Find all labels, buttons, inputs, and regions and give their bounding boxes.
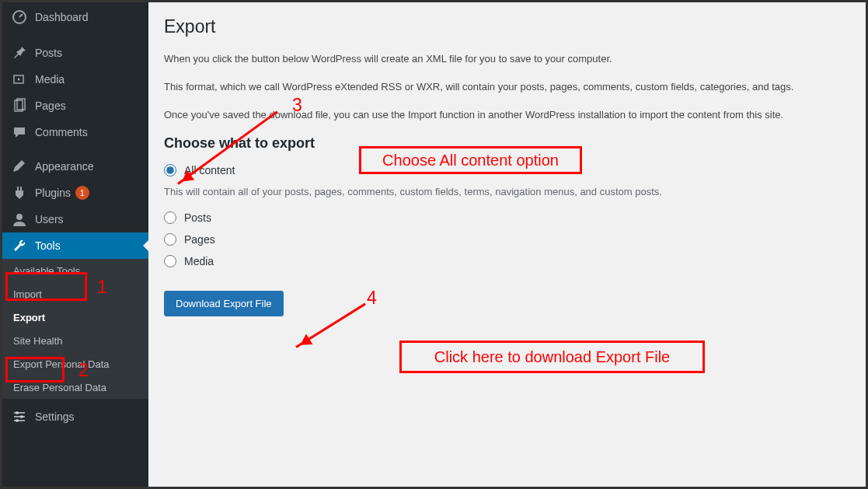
annotation-box-export — [5, 357, 64, 382]
settings-icon — [12, 409, 27, 424]
sidebar-item-dashboard[interactable]: Dashboard — [2, 2, 148, 32]
tools-icon — [12, 238, 27, 253]
sidebar-item-appearance[interactable]: Appearance — [2, 153, 148, 180]
sidebar-item-label: Users — [35, 213, 64, 225]
sidebar-item-settings[interactable]: Settings — [2, 403, 148, 430]
radio-label: Posts — [184, 211, 211, 224]
plugins-update-badge: 1 — [75, 186, 89, 200]
svg-point-9 — [20, 415, 23, 418]
annotation-box-download: Click here to download Export File — [399, 341, 705, 373]
sidebar-item-pages[interactable]: Pages — [2, 93, 148, 119]
annotation-number-3: 3 — [292, 95, 302, 116]
sidebar-item-label: Posts — [35, 47, 62, 59]
pages-icon — [12, 98, 27, 114]
main-content: Export When you click the button below W… — [148, 2, 866, 487]
pushpin-icon — [12, 45, 27, 61]
sidebar-item-plugins[interactable]: Plugins 1 — [2, 180, 148, 206]
radio-pages[interactable] — [164, 233, 176, 246]
radio-all-content[interactable] — [164, 164, 176, 176]
radio-label: Media — [184, 255, 214, 267]
annotation-text-choose: Choose All content option — [382, 152, 559, 169]
svg-point-10 — [16, 419, 19, 422]
sidebar-item-label: Media — [35, 73, 64, 86]
svg-point-8 — [16, 411, 19, 414]
sidebar-item-label: Plugins — [35, 187, 71, 199]
admin-sidebar: Dashboard Posts Media Pages Comments App… — [2, 2, 148, 487]
sidebar-item-posts[interactable]: Posts — [2, 40, 148, 66]
annotation-number-2: 2 — [78, 360, 89, 381]
annotation-box-choose: Choose All content option — [359, 146, 582, 174]
radio-posts[interactable] — [164, 211, 176, 224]
sidebar-item-label: Tools — [35, 239, 61, 252]
radio-media[interactable] — [164, 255, 176, 267]
sidebar-item-tools[interactable]: Tools — [2, 232, 148, 259]
sidebar-item-comments[interactable]: Comments — [2, 119, 148, 145]
tools-sub-export[interactable]: Export — [2, 306, 148, 329]
sidebar-item-label: Dashboard — [35, 11, 89, 23]
radio-label: Pages — [184, 233, 215, 246]
svg-point-4 — [16, 214, 23, 220]
wp-admin-export-screen: Dashboard Posts Media Pages Comments App… — [0, 0, 868, 489]
annotation-number-4: 4 — [367, 288, 377, 309]
media-icon — [12, 72, 27, 87]
export-option-media[interactable]: Media — [164, 255, 850, 267]
users-icon — [12, 211, 27, 227]
comments-icon — [12, 124, 27, 140]
export-option-posts[interactable]: Posts — [164, 211, 850, 224]
sidebar-item-label: Appearance — [35, 160, 94, 173]
sidebar-item-label: Settings — [35, 410, 75, 423]
page-title: Export — [164, 16, 850, 37]
tools-sub-sitehealth[interactable]: Site Health — [2, 329, 148, 352]
all-content-description: This will contain all of your posts, pag… — [164, 186, 850, 197]
annotation-number-1: 1 — [97, 277, 107, 298]
annotation-text-download: Click here to download Export File — [434, 348, 670, 366]
sidebar-item-users[interactable]: Users — [2, 206, 148, 232]
appearance-icon — [12, 159, 27, 174]
dashboard-icon — [12, 9, 27, 25]
download-export-button[interactable]: Download Export File — [164, 291, 284, 316]
export-option-pages[interactable]: Pages — [164, 233, 850, 246]
plugins-icon — [12, 185, 27, 201]
export-intro-1: When you click the button below WordPres… — [164, 51, 850, 67]
sidebar-item-label: Pages — [35, 100, 66, 112]
export-intro-3: Once you've saved the download file, you… — [164, 107, 850, 123]
sidebar-item-label: Comments — [35, 126, 88, 138]
export-intro-2: This format, which we call WordPress eXt… — [164, 79, 850, 95]
sidebar-item-media[interactable]: Media — [2, 66, 148, 93]
annotation-box-tools — [5, 272, 87, 301]
